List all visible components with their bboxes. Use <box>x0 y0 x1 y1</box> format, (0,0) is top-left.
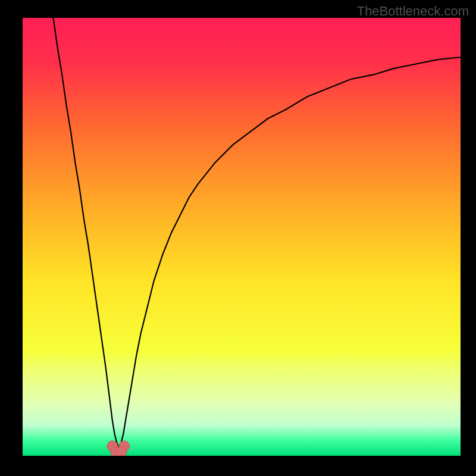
heat-gradient-background <box>23 18 461 456</box>
watermark-text: TheBottleneck.com <box>357 4 469 19</box>
plot-area <box>23 18 461 456</box>
chart-viewport: TheBottleneck.com <box>0 0 476 476</box>
optimum-marker <box>116 447 127 456</box>
bottleneck-chart <box>23 18 461 456</box>
